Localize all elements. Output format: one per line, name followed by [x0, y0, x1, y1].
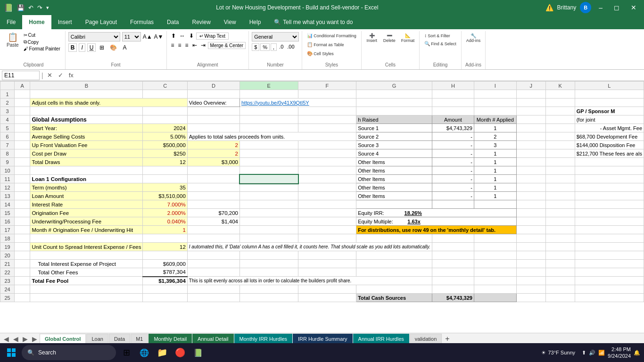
delete-button[interactable]: ➖ Delete	[381, 32, 397, 44]
cell-g9[interactable]: Other Items	[356, 158, 432, 166]
cell-b20[interactable]	[30, 251, 143, 260]
cell-c3[interactable]	[143, 107, 187, 115]
cell-a23[interactable]	[15, 277, 30, 285]
cell-l16[interactable]	[575, 217, 644, 226]
cell-a9[interactable]	[15, 158, 30, 166]
cell-c15[interactable]: 2.000%	[143, 209, 187, 217]
cell-d2[interactable]: Video Overview:	[187, 99, 239, 107]
insert-button[interactable]: ➕ Insert	[364, 32, 380, 44]
cell-f9[interactable]	[298, 158, 356, 166]
cell-j13[interactable]	[516, 192, 545, 200]
cell-i23[interactable]	[474, 277, 516, 285]
addins-button[interactable]: 🔧 Add-ins	[464, 32, 483, 44]
cell-h7[interactable]: -	[432, 141, 474, 149]
cell-b22[interactable]: Total Other Fees	[30, 268, 143, 277]
cell-l14[interactable]	[575, 200, 644, 209]
cell-c8[interactable]: $250	[143, 149, 187, 158]
cell-c14[interactable]: 7.000%	[143, 200, 187, 209]
cell-b25[interactable]	[30, 294, 143, 302]
cell-h25[interactable]: $4,743,329	[432, 294, 474, 302]
cell-i19[interactable]	[474, 243, 516, 251]
restore-button[interactable]: ◻	[610, 0, 623, 15]
user-avatar[interactable]: B	[580, 2, 591, 13]
cell-k23[interactable]	[545, 277, 575, 285]
cell-e25[interactable]	[240, 294, 298, 302]
cell-d23[interactable]: This is split evenly across all lots in …	[187, 277, 432, 285]
confirm-formula-button[interactable]: ✓	[56, 72, 65, 79]
cell-c7[interactable]: $500,000	[143, 141, 187, 149]
cell-k11[interactable]	[545, 175, 575, 183]
cell-k14[interactable]	[545, 200, 575, 209]
cell-l4[interactable]: (for joint	[575, 115, 644, 124]
cell-j21[interactable]	[516, 260, 545, 268]
cell-l7[interactable]: $144,000 Disposition Fee	[575, 141, 644, 149]
cell-l1[interactable]	[575, 90, 644, 99]
cell-e16[interactable]	[240, 217, 298, 226]
cell-f17[interactable]	[298, 226, 356, 234]
cell-d13[interactable]	[187, 192, 239, 200]
cell-b12[interactable]: Term (months)	[30, 183, 143, 192]
sheet-tab-loan[interactable]: Loan	[86, 334, 108, 344]
cell-e3[interactable]	[240, 107, 298, 115]
cell-g10[interactable]: Other Items	[356, 166, 432, 175]
cell-e11[interactable]	[240, 175, 298, 183]
cell-h9[interactable]: -	[432, 158, 474, 166]
cell-g3[interactable]	[356, 107, 432, 115]
cell-j3[interactable]	[516, 107, 545, 115]
cell-d15[interactable]: $70,200	[187, 209, 239, 217]
cell-d22[interactable]	[187, 268, 239, 277]
cell-k22[interactable]	[545, 268, 575, 277]
sheet-tab-prev-nav[interactable]: ◀	[11, 335, 20, 343]
cell-a21[interactable]	[15, 260, 30, 268]
cell-j20[interactable]	[516, 251, 545, 260]
tab-formulas[interactable]: Formulas	[124, 15, 160, 29]
cell-l24[interactable]	[575, 285, 644, 294]
cell-c1[interactable]	[143, 90, 187, 99]
cell-a7[interactable]	[15, 141, 30, 149]
cell-f10[interactable]	[298, 166, 356, 175]
tab-file[interactable]: File	[0, 15, 22, 29]
cell-a12[interactable]	[15, 183, 30, 192]
cell-k25[interactable]	[545, 294, 575, 302]
cell-c4[interactable]	[143, 115, 187, 124]
cell-j9[interactable]	[516, 158, 545, 166]
cell-b13[interactable]: Loan Amount	[30, 192, 143, 200]
cell-d1[interactable]	[187, 90, 239, 99]
italic-button[interactable]: I	[79, 43, 85, 52]
cell-f7[interactable]	[298, 141, 356, 149]
formula-input[interactable]	[77, 72, 642, 79]
cell-k21[interactable]	[545, 260, 575, 268]
col-header-a[interactable]: A	[15, 82, 30, 90]
cell-h2[interactable]	[432, 99, 474, 107]
cell-l19[interactable]	[575, 243, 644, 251]
cell-d20[interactable]	[187, 251, 239, 260]
cell-l9[interactable]	[575, 158, 644, 166]
cell-j7[interactable]	[516, 141, 545, 149]
cell-a25[interactable]	[15, 294, 30, 302]
cell-i24[interactable]	[474, 285, 516, 294]
cell-g5[interactable]: Source 1	[356, 124, 432, 132]
cell-h1[interactable]	[432, 90, 474, 99]
cell-e4[interactable]	[240, 115, 298, 124]
tab-review[interactable]: Review	[185, 15, 217, 29]
paste-button[interactable]: 📋 Paste	[5, 32, 21, 49]
copy-button[interactable]: ⧉ Copy	[22, 39, 62, 45]
cell-d12[interactable]	[187, 183, 239, 192]
start-button[interactable]	[4, 345, 19, 360]
col-header-j[interactable]: J	[516, 82, 545, 90]
sheet-tab-monthly-detail[interactable]: Monthly Detail	[149, 334, 192, 344]
cell-l8[interactable]: $212,700 These fees are als	[575, 149, 644, 158]
cell-b4[interactable]: Global Assumptions	[30, 115, 143, 124]
cell-c22[interactable]: $787,304	[143, 268, 187, 277]
cut-button[interactable]: ✂ Cut	[22, 32, 62, 38]
minimize-button[interactable]: –	[595, 0, 606, 15]
currency-button[interactable]: $	[252, 43, 259, 51]
cell-l21[interactable]	[575, 260, 644, 268]
cell-f16[interactable]	[298, 217, 356, 226]
sheet-tab-irr-hurdle-summary[interactable]: IRR Hurdle Summary	[293, 334, 353, 344]
cell-k19[interactable]	[545, 243, 575, 251]
cell-j2[interactable]	[516, 99, 545, 107]
increase-font-button[interactable]: A▲	[143, 33, 152, 40]
cell-f15[interactable]	[298, 209, 356, 217]
cell-l17[interactable]	[575, 226, 644, 234]
